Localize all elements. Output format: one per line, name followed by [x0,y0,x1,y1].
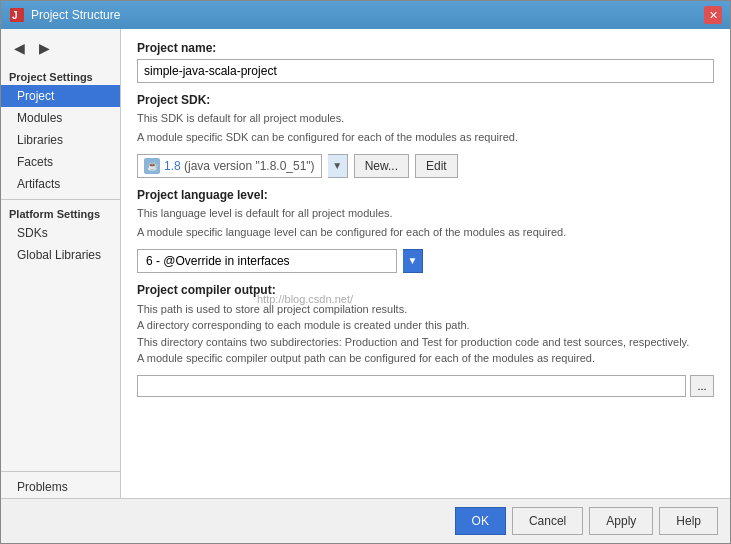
project-sdk-group: Project SDK: This SDK is default for all… [137,93,714,178]
sidebar-item-project[interactable]: Project [1,85,120,107]
sdk-new-button[interactable]: New... [354,154,409,178]
title-bar-left: J Project Structure [9,7,120,23]
compiler-output-browse-button[interactable]: ... [690,375,714,397]
dialog-title: Project Structure [31,8,120,22]
compiler-output-row: ... [137,375,714,397]
sidebar-item-modules[interactable]: Modules [1,107,120,129]
compiler-output-input[interactable] [137,375,686,397]
language-level-label: Project language level: [137,188,714,202]
sdk-edit-button[interactable]: Edit [415,154,458,178]
project-sdk-desc2: A module specific SDK can be configured … [137,130,714,145]
help-button[interactable]: Help [659,507,718,535]
close-button[interactable]: ✕ [704,6,722,24]
sdk-version-text: 1.8 (java version "1.8.0_51") [164,159,315,173]
project-language-level-group: Project language level: This language le… [137,188,714,273]
language-level-dropdown-arrow[interactable]: ▼ [403,249,423,273]
project-compiler-output-group: Project compiler output: This path is us… [137,283,714,397]
sdk-dropdown[interactable]: ☕ 1.8 (java version "1.8.0_51") [137,154,322,178]
compiler-output-desc3: This directory contains two subdirectori… [137,334,714,351]
project-sdk-desc1: This SDK is default for all project modu… [137,111,714,126]
project-name-label: Project name: [137,41,714,55]
compiler-output-desc4: A module specific compiler output path c… [137,350,714,367]
language-level-dropdown[interactable]: 6 - @Override in interfaces [137,249,397,273]
forward-button[interactable]: ▶ [34,37,55,59]
back-button[interactable]: ◀ [9,37,30,59]
sdk-row: ☕ 1.8 (java version "1.8.0_51") ▼ New...… [137,154,714,178]
compiler-output-label: Project compiler output: [137,283,714,297]
sdk-icon: ☕ [144,158,160,174]
project-settings-section-label: Project Settings [1,67,120,85]
apply-button[interactable]: Apply [589,507,653,535]
main-panel: Project name: Project SDK: This SDK is d… [121,29,730,498]
title-bar: J Project Structure ✕ [1,1,730,29]
sidebar-item-artifacts[interactable]: Artifacts [1,173,120,195]
sidebar-item-sdks[interactable]: SDKs [1,222,120,244]
cancel-button[interactable]: Cancel [512,507,583,535]
sidebar-divider-2 [1,471,120,472]
compiler-output-desc2: A directory corresponding to each module… [137,317,714,334]
dialog-content: ◀ ▶ Project Settings Project Modules Lib… [1,29,730,498]
platform-settings-section-label: Platform Settings [1,204,120,222]
sidebar-item-problems[interactable]: Problems [1,476,120,498]
sidebar-divider [1,199,120,200]
ok-button[interactable]: OK [455,507,506,535]
dialog-footer: OK Cancel Apply Help [1,498,730,543]
language-level-desc1: This language level is default for all p… [137,206,714,221]
compiler-output-desc1: This path is used to store all project c… [137,301,714,318]
intellij-icon: J [9,7,25,23]
sidebar-nav: ◀ ▶ [1,33,120,63]
sidebar-item-libraries[interactable]: Libraries [1,129,120,151]
language-level-row: 6 - @Override in interfaces ▼ [137,249,714,273]
project-sdk-label: Project SDK: [137,93,714,107]
project-structure-dialog: J Project Structure ✕ ◀ ▶ Project Settin… [0,0,731,544]
project-name-input[interactable] [137,59,714,83]
sdk-dropdown-arrow[interactable]: ▼ [328,154,348,178]
sidebar-item-facets[interactable]: Facets [1,151,120,173]
sidebar: ◀ ▶ Project Settings Project Modules Lib… [1,29,121,498]
project-name-group: Project name: [137,41,714,83]
sidebar-item-global-libraries[interactable]: Global Libraries [1,244,120,266]
svg-text:J: J [12,10,18,21]
language-level-desc2: A module specific language level can be … [137,225,714,240]
